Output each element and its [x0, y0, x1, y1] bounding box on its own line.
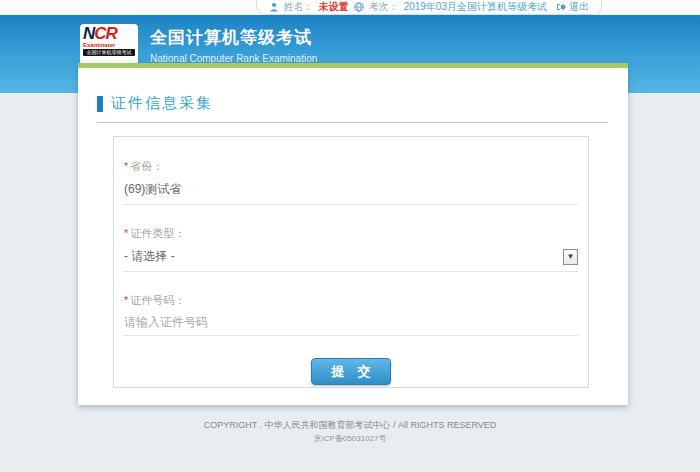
cert-type-field: *证件类型： - 请选择 - ▼ — [124, 226, 578, 272]
required-asterisk: * — [124, 160, 128, 172]
submit-button[interactable]: 提 交 — [311, 358, 391, 385]
session-value: 2019年03月全国计算机等级考试 — [404, 0, 547, 14]
logo-strip-text: 全国计算机等级考试 — [83, 49, 135, 56]
session-label: 考次： — [369, 0, 399, 14]
top-bar: 姓名： 未设置 考次： 2019年03月全国计算机等级考试 退出 — [0, 0, 700, 15]
logo-subtext: Examinater — [83, 42, 135, 49]
logout-icon — [556, 2, 566, 12]
province-field: *省份： (69)测试省 — [124, 159, 578, 205]
section-header: 证件信息采集 — [97, 94, 608, 113]
footer-icp: 京ICP备05031027号 — [0, 433, 700, 444]
page: 姓名： 未设置 考次： 2019年03月全国计算机等级考试 退出 NCR Exa… — [0, 0, 700, 472]
site-title: 全国计算机等级考试 — [150, 26, 317, 49]
cert-type-select[interactable]: - 请选择 - ▼ — [124, 248, 578, 272]
logout-label: 退出 — [569, 0, 589, 14]
page-title: 证件信息采集 — [111, 94, 213, 113]
dropdown-arrow-icon[interactable]: ▼ — [563, 249, 578, 265]
content-card: 证件信息采集 *省份： (69)测试省 *证件类型： - 请选择 - ▼ *证件… — [78, 63, 628, 405]
province-label: *省份： — [124, 159, 578, 174]
cert-info-form: *省份： (69)测试省 *证件类型： - 请选择 - ▼ *证件号码： 提 交 — [113, 136, 589, 388]
logo-letters: NCR — [83, 25, 135, 42]
site-title-block: 全国计算机等级考试 National Computer Rank Examina… — [150, 26, 317, 64]
user-icon — [269, 2, 279, 12]
name-label: 姓名： — [284, 0, 314, 14]
user-info-bar: 姓名： 未设置 考次： 2019年03月全国计算机等级考试 退出 — [256, 0, 602, 15]
required-asterisk: * — [124, 227, 128, 239]
cert-number-label: *证件号码： — [124, 293, 578, 308]
cert-type-label: *证件类型： — [124, 226, 578, 241]
ncre-logo: NCR Examinater 全国计算机等级考试 — [80, 24, 138, 65]
required-asterisk: * — [124, 294, 128, 306]
cert-type-selected-value: - 请选择 - — [124, 248, 175, 265]
cert-number-field: *证件号码： — [124, 293, 578, 336]
globe-icon — [354, 2, 364, 12]
section-divider — [97, 122, 608, 123]
province-value: (69)测试省 — [124, 181, 578, 205]
cert-number-input[interactable] — [124, 315, 578, 336]
footer-copyright: COPYRIGHT . 中华人民共和国教育部考试中心 / All RIGHTS … — [0, 419, 700, 432]
logout-button[interactable]: 退出 — [556, 0, 589, 14]
section-accent-bar — [97, 96, 103, 112]
name-value: 未设置 — [319, 0, 349, 14]
